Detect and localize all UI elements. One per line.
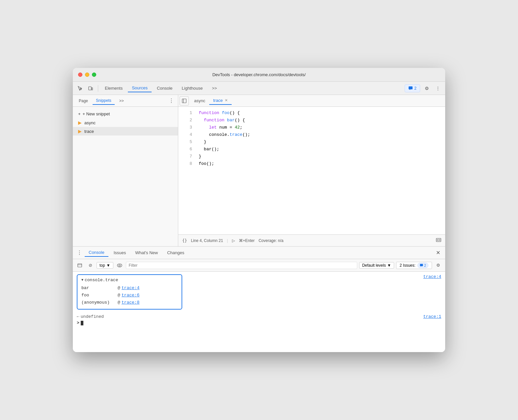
sidebar-tab-page[interactable]: Page [75,97,91,105]
snippet-item-async[interactable]: ▶ async [73,118,178,127]
line-num-3: 3 [182,124,192,131]
close-button[interactable] [78,73,82,77]
issues-count-badge: 2 [417,263,428,268]
eye-icon-btn[interactable] [115,261,124,270]
editor-tab-trace[interactable]: trace ✕ [209,97,232,105]
top-label: top [100,263,105,268]
line-code-3: let num = 42; [199,124,441,131]
line-num-6: 6 [182,146,192,153]
svg-rect-2 [92,88,93,90]
cursor-icon [77,86,83,91]
more-btn[interactable]: ⋮ [433,84,443,93]
editor-tab-async[interactable]: async [190,97,209,105]
svg-rect-9 [78,264,82,267]
tab-elements[interactable]: Elements [101,84,127,92]
console-tab-changes[interactable]: Changes [163,249,188,256]
undefined-arrow: ← [77,314,79,319]
line-num-2: 2 [182,117,192,124]
trace-expand-arrow[interactable]: ▼ [81,278,83,282]
levels-selector[interactable]: Default levels ▼ [359,262,394,269]
trace-header-label: console.trace [85,278,118,283]
close-console-btn[interactable]: ✕ [433,248,443,257]
svg-rect-7 [436,238,441,242]
issues-badge-count: 2 [424,263,426,267]
format-icon[interactable]: {} [182,238,187,243]
trace-row-bar: bar @ trace:4 [81,285,178,292]
tab-console[interactable]: Console [153,84,177,92]
new-snippet-label: + New snippet [83,111,110,116]
line-code-7: } [199,153,441,160]
sidebar-tabs: Page Snippets >> ⋮ [73,95,178,107]
clear-console-btn[interactable] [75,261,84,270]
screenshot-icon[interactable] [436,237,441,244]
sidebar-tab-snippets[interactable]: Snippets [93,97,115,105]
trace-header: ▼ console.trace [81,278,178,283]
sidebar-more-btn[interactable]: ⋮ [167,97,175,105]
plus-icon: + [78,111,81,116]
close-tab-btn[interactable]: ✕ [225,98,228,103]
editor-tabs: async trace ✕ [178,95,445,107]
snippet-label-trace: trace [84,129,94,134]
trace-location[interactable]: trace:4 [423,274,441,279]
sidebar: Page Snippets >> ⋮ + + New snippet ▶ asy… [73,95,178,246]
code-line-3: 3 let num = 42; [178,124,445,131]
console-tab-console[interactable]: Console [85,249,108,257]
device-toggle-btn[interactable] [86,84,95,93]
position-text: Line 4, Column 21 [191,238,223,243]
run-icon[interactable]: ▷ [232,238,235,243]
filter-icon-btn[interactable]: ⊘ [86,261,95,270]
sources-panel: Page Snippets >> ⋮ + + New snippet ▶ asy… [73,95,445,247]
new-snippet-btn[interactable]: + + New snippet [73,109,178,118]
trace-fn-bar: bar [81,285,118,292]
sidebar-tab-more[interactable]: >> [116,97,127,105]
line-code-8: foo(); [199,160,441,167]
console-tab-issues[interactable]: Issues [110,249,130,256]
trace-link-foo[interactable]: trace:6 [122,292,140,299]
levels-label: Default levels [362,263,386,268]
eye-icon [117,263,122,267]
console-panel-more-btn[interactable]: ⋮ [75,249,83,257]
undefined-location[interactable]: trace:1 [423,314,441,319]
trace-link-anonymous[interactable]: trace:8 [122,299,140,306]
tab-more[interactable]: >> [208,84,221,92]
maximize-button[interactable] [92,73,96,77]
snippet-icon-async: ▶ [78,120,82,125]
snippet-item-trace[interactable]: ▶ trace [73,127,178,135]
sidebar-toggle-btn[interactable] [180,96,189,105]
code-area[interactable]: 1 function foo() { 2 function bar() { 3 … [178,107,445,234]
trace-row-foo: foo @ trace:6 [81,292,178,299]
trace-at-bar: @ [118,285,120,292]
console-tabs: ⋮ Console Issues What's New Changes ✕ [73,247,445,259]
inspect-element-btn[interactable] [75,84,85,93]
console-settings-btn[interactable]: ⚙ [434,261,443,270]
minimize-button[interactable] [85,73,89,77]
issues-badge-btn[interactable]: 2 [405,84,420,92]
console-toolbar: ⊘ top ▼ Default levels ▼ 2 Issues: [73,259,445,272]
statusbar-sep1: | [227,238,228,243]
line-code-6: bar(); [199,146,441,153]
line-code-5: } [199,138,441,146]
svg-rect-8 [437,239,440,241]
trace-row-anonymous: (anonymous) @ trace:8 [81,299,178,306]
console-filter-input[interactable] [126,262,357,269]
context-selector[interactable]: top ▼ [97,262,113,269]
console-trace-group: ▼ console.trace bar @ trace:4 foo @ trac… [77,274,182,310]
svg-point-11 [117,264,122,267]
line-code-2: function bar() { [199,117,441,124]
issues-badge[interactable]: 2 Issues: 2 [396,262,432,269]
settings-btn[interactable]: ⚙ [422,84,431,93]
editor-statusbar: {} Line 4, Column 21 | ▷ ⌘+Enter Coverag… [178,234,445,246]
console-prompt: > [77,320,79,325]
tab-sources[interactable]: Sources [128,84,152,92]
svg-rect-3 [409,86,413,89]
svg-rect-13 [420,264,423,266]
tab-lighthouse[interactable]: Lighthouse [178,84,207,92]
code-line-6: 6 bar(); [178,146,445,153]
svg-marker-4 [409,89,410,90]
message-icon [408,86,413,91]
editor-tab-trace-label: trace [213,98,223,103]
code-editor: async trace ✕ 1 function foo() { 2 funct… [178,95,445,246]
console-tab-whats-new[interactable]: What's New [131,249,162,256]
line-num-1: 1 [182,109,192,117]
trace-link-bar[interactable]: trace:4 [122,285,140,292]
